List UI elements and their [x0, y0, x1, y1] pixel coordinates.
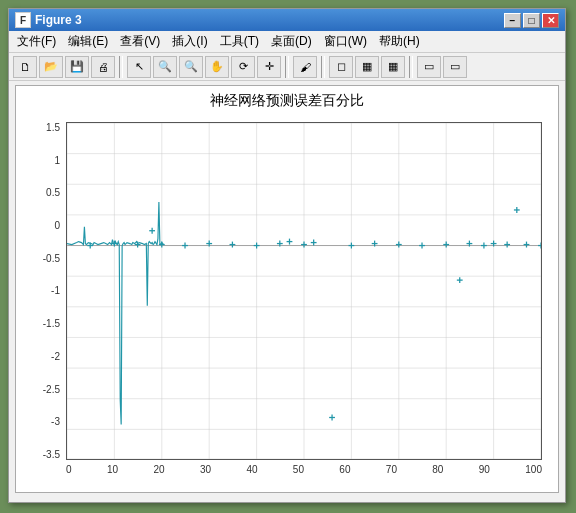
toolbar-sep4 — [409, 56, 413, 78]
window-title: Figure 3 — [35, 13, 504, 27]
open-button[interactable]: 📂 — [39, 56, 63, 78]
menu-help[interactable]: 帮助(H) — [373, 31, 426, 52]
chart-svg — [67, 123, 541, 459]
grid-button[interactable]: ▭ — [417, 56, 441, 78]
minimize-button[interactable]: − — [504, 13, 521, 28]
y-label-n2: -2 — [51, 351, 60, 362]
plot-area: 神经网络预测误差百分比 1.5 1 0.5 0 -0.5 -1 -1.5 -2 … — [15, 85, 559, 493]
x-label-40: 40 — [246, 464, 257, 475]
y-label-1_5: 1.5 — [46, 122, 60, 133]
x-label-70: 70 — [386, 464, 397, 475]
y-label-0: 0 — [54, 220, 60, 231]
toolbar-sep1 — [119, 56, 123, 78]
menu-desktop[interactable]: 桌面(D) — [265, 31, 318, 52]
x-label-20: 20 — [153, 464, 164, 475]
close-button[interactable]: ✕ — [542, 13, 559, 28]
y-label-n1_5: -1.5 — [43, 318, 60, 329]
x-label-100: 100 — [525, 464, 542, 475]
pointer-button[interactable]: ↖ — [127, 56, 151, 78]
x-label-80: 80 — [432, 464, 443, 475]
menu-window[interactable]: 窗口(W) — [318, 31, 373, 52]
y-label-0_5: 0.5 — [46, 187, 60, 198]
y-label-n2_5: -2.5 — [43, 384, 60, 395]
menu-tools[interactable]: 工具(T) — [214, 31, 265, 52]
x-label-90: 90 — [479, 464, 490, 475]
box-button[interactable]: ▭ — [443, 56, 467, 78]
y-label-n1: -1 — [51, 285, 60, 296]
brush-button[interactable]: 🖌 — [293, 56, 317, 78]
window-controls: − □ ✕ — [504, 13, 559, 28]
rotate-button[interactable]: ⟳ — [231, 56, 255, 78]
x-axis-labels: 0 10 20 30 40 50 60 70 80 90 100 — [66, 462, 542, 488]
save-button[interactable]: 💾 — [65, 56, 89, 78]
colorbar-button[interactable]: ▦ — [355, 56, 379, 78]
y-label-n0_5: -0.5 — [43, 253, 60, 264]
toolbar-sep2 — [285, 56, 289, 78]
restore-button[interactable]: □ — [523, 13, 540, 28]
zoom-in-button[interactable]: 🔍 — [153, 56, 177, 78]
toolbar-sep3 — [321, 56, 325, 78]
legend-button[interactable]: ▦ — [381, 56, 405, 78]
plot-title: 神经网络预测误差百分比 — [16, 86, 558, 112]
x-label-30: 30 — [200, 464, 211, 475]
zoom-out-button[interactable]: 🔍 — [179, 56, 203, 78]
x-label-60: 60 — [339, 464, 350, 475]
y-label-n3_5: -3.5 — [43, 449, 60, 460]
window-icon: F — [15, 12, 31, 28]
print-button[interactable]: 🖨 — [91, 56, 115, 78]
x-label-0: 0 — [66, 464, 72, 475]
y-label-1: 1 — [54, 155, 60, 166]
window: F Figure 3 − □ ✕ 文件(F) 编辑(E) 查看(V) 插入(I)… — [8, 8, 566, 503]
toolbar: 🗋 📂 💾 🖨 ↖ 🔍 🔍 ✋ ⟳ ✛ 🖌 ◻ ▦ ▦ ▭ ▭ — [9, 53, 565, 81]
menu-edit[interactable]: 编辑(E) — [62, 31, 114, 52]
link-button[interactable]: ◻ — [329, 56, 353, 78]
menu-file[interactable]: 文件(F) — [11, 31, 62, 52]
y-axis-labels: 1.5 1 0.5 0 -0.5 -1 -1.5 -2 -2.5 -3 -3.5 — [20, 122, 64, 460]
new-button[interactable]: 🗋 — [13, 56, 37, 78]
x-label-50: 50 — [293, 464, 304, 475]
menu-bar: 文件(F) 编辑(E) 查看(V) 插入(I) 工具(T) 桌面(D) 窗口(W… — [9, 31, 565, 53]
pan-button[interactable]: ✋ — [205, 56, 229, 78]
datacursor-button[interactable]: ✛ — [257, 56, 281, 78]
menu-insert[interactable]: 插入(I) — [166, 31, 213, 52]
x-label-10: 10 — [107, 464, 118, 475]
chart-container — [66, 122, 542, 460]
y-label-n3: -3 — [51, 416, 60, 427]
title-bar: F Figure 3 − □ ✕ — [9, 9, 565, 31]
menu-view[interactable]: 查看(V) — [114, 31, 166, 52]
